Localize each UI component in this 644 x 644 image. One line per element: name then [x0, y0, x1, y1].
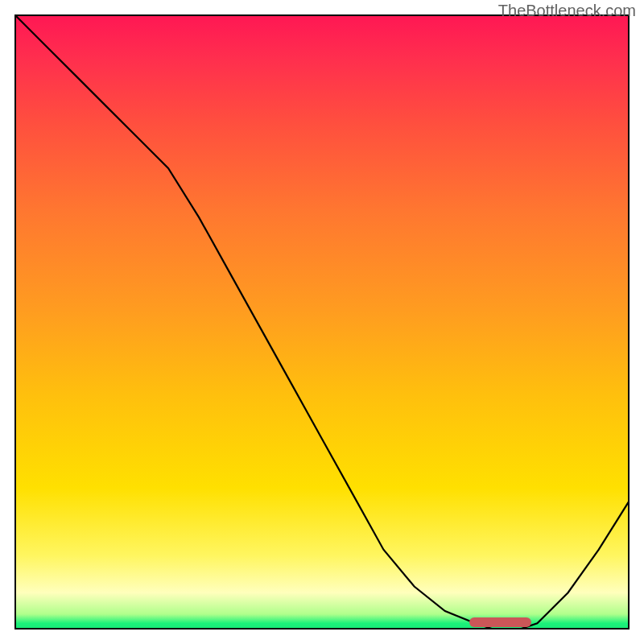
bottleneck-curve [14, 14, 630, 630]
curve-path [14, 14, 630, 630]
optimal-range-marker [469, 617, 530, 627]
chart-area [14, 14, 630, 630]
watermark-text: TheBottleneck.com [498, 2, 636, 20]
